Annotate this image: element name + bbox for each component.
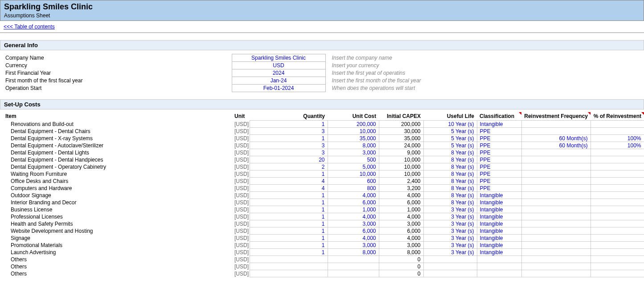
setup-quantity[interactable] [250, 263, 328, 270]
setup-unit-cost[interactable] [328, 270, 379, 277]
setup-unit-cost[interactable]: 6,000 [328, 199, 379, 206]
setup-unit-cost[interactable]: 8,000 [328, 142, 379, 149]
setup-useful-life[interactable]: 5 Year (s) [423, 142, 477, 149]
setup-pct-reinvestment[interactable] [591, 156, 644, 163]
setup-quantity[interactable]: 1 [250, 220, 328, 227]
setup-unit-cost[interactable] [328, 263, 379, 270]
setup-classification[interactable]: Intangible [477, 199, 521, 206]
setup-reinvestment-frequency[interactable] [521, 220, 591, 227]
setup-pct-reinvestment[interactable] [591, 121, 644, 128]
setup-quantity[interactable] [250, 256, 328, 263]
setup-useful-life[interactable]: 8 Year (s) [423, 185, 477, 192]
setup-reinvestment-frequency[interactable]: 60 Month(s) [521, 142, 591, 149]
setup-unit-cost[interactable]: 10,000 [328, 128, 379, 135]
setup-useful-life[interactable]: 3 Year (s) [423, 213, 477, 220]
setup-unit-cost[interactable]: 3,000 [328, 242, 379, 249]
setup-pct-reinvestment[interactable] [591, 192, 644, 199]
setup-quantity[interactable]: 1 [250, 206, 328, 213]
setup-unit-cost[interactable]: 3,000 [328, 220, 379, 227]
setup-classification[interactable] [477, 263, 521, 270]
setup-useful-life[interactable]: 8 Year (s) [423, 192, 477, 199]
setup-quantity[interactable]: 1 [250, 249, 328, 256]
setup-reinvestment-frequency[interactable] [521, 206, 591, 213]
setup-unit-cost[interactable]: 4,000 [328, 192, 379, 199]
setup-useful-life[interactable]: 5 Year (s) [423, 128, 477, 135]
setup-quantity[interactable]: 20 [250, 156, 328, 163]
setup-reinvestment-frequency[interactable] [521, 128, 591, 135]
setup-useful-life[interactable]: 8 Year (s) [423, 163, 477, 170]
setup-reinvestment-frequency[interactable] [521, 213, 591, 220]
setup-classification[interactable]: PPE [477, 128, 521, 135]
setup-useful-life[interactable]: 3 Year (s) [423, 227, 477, 235]
setup-pct-reinvestment[interactable] [591, 256, 644, 263]
setup-useful-life[interactable]: 10 Year (s) [423, 121, 477, 128]
setup-quantity[interactable]: 1 [250, 227, 328, 235]
setup-classification[interactable] [477, 256, 521, 263]
setup-useful-life[interactable]: 8 Year (s) [423, 199, 477, 206]
setup-unit-cost[interactable]: 4,000 [328, 235, 379, 242]
setup-useful-life[interactable] [423, 256, 477, 263]
setup-pct-reinvestment[interactable]: 100% [591, 135, 644, 142]
setup-unit-cost[interactable]: 1,000 [328, 206, 379, 213]
setup-useful-life[interactable]: 3 Year (s) [423, 249, 477, 256]
setup-useful-life[interactable]: 3 Year (s) [423, 242, 477, 249]
toc-link[interactable]: <<< Table of contents [4, 24, 55, 30]
setup-pct-reinvestment[interactable] [591, 206, 644, 213]
setup-quantity[interactable]: 1 [250, 242, 328, 249]
setup-reinvestment-frequency[interactable] [521, 185, 591, 192]
general-info-value[interactable]: 2024 [232, 69, 325, 77]
setup-reinvestment-frequency[interactable] [521, 270, 591, 277]
setup-unit-cost[interactable]: 6,000 [328, 227, 379, 235]
setup-pct-reinvestment[interactable] [591, 149, 644, 156]
general-info-value[interactable]: Sparkling Smiles Clinic [232, 54, 325, 62]
setup-useful-life[interactable]: 8 Year (s) [423, 156, 477, 163]
setup-pct-reinvestment[interactable] [591, 270, 644, 277]
setup-reinvestment-frequency[interactable] [521, 192, 591, 199]
setup-classification[interactable]: PPE [477, 163, 521, 170]
setup-reinvestment-frequency[interactable] [521, 163, 591, 170]
setup-unit-cost[interactable]: 10,000 [328, 170, 379, 178]
general-info-value[interactable]: USD [232, 62, 325, 69]
setup-unit-cost[interactable]: 200,000 [328, 121, 379, 128]
setup-reinvestment-frequency[interactable]: 60 Month(s) [521, 135, 591, 142]
setup-unit-cost[interactable]: 800 [328, 185, 379, 192]
setup-pct-reinvestment[interactable]: 100% [591, 142, 644, 149]
setup-classification[interactable]: PPE [477, 170, 521, 178]
setup-unit-cost[interactable]: 4,000 [328, 213, 379, 220]
setup-quantity[interactable]: 3 [250, 128, 328, 135]
setup-reinvestment-frequency[interactable] [521, 249, 591, 256]
setup-reinvestment-frequency[interactable] [521, 235, 591, 242]
setup-pct-reinvestment[interactable] [591, 213, 644, 220]
setup-reinvestment-frequency[interactable] [521, 170, 591, 178]
setup-pct-reinvestment[interactable] [591, 235, 644, 242]
setup-useful-life[interactable] [423, 263, 477, 270]
setup-reinvestment-frequency[interactable] [521, 227, 591, 235]
setup-reinvestment-frequency[interactable] [521, 121, 591, 128]
setup-reinvestment-frequency[interactable] [521, 263, 591, 270]
setup-pct-reinvestment[interactable] [591, 242, 644, 249]
setup-quantity[interactable]: 4 [250, 185, 328, 192]
setup-classification[interactable] [477, 270, 521, 277]
setup-pct-reinvestment[interactable] [591, 199, 644, 206]
setup-classification[interactable]: PPE [477, 149, 521, 156]
setup-classification[interactable]: PPE [477, 135, 521, 142]
setup-quantity[interactable]: 3 [250, 142, 328, 149]
setup-reinvestment-frequency[interactable] [521, 242, 591, 249]
setup-quantity[interactable]: 1 [250, 192, 328, 199]
setup-unit-cost[interactable] [328, 256, 379, 263]
setup-unit-cost[interactable]: 3,000 [328, 149, 379, 156]
setup-reinvestment-frequency[interactable] [521, 178, 591, 185]
setup-classification[interactable]: Intangible [477, 206, 521, 213]
setup-pct-reinvestment[interactable] [591, 263, 644, 270]
setup-useful-life[interactable]: 8 Year (s) [423, 149, 477, 156]
setup-quantity[interactable]: 1 [250, 135, 328, 142]
setup-classification[interactable]: PPE [477, 142, 521, 149]
setup-useful-life[interactable]: 3 Year (s) [423, 220, 477, 227]
setup-classification[interactable]: Intangible [477, 235, 521, 242]
setup-quantity[interactable]: 3 [250, 149, 328, 156]
setup-pct-reinvestment[interactable] [591, 185, 644, 192]
setup-pct-reinvestment[interactable] [591, 170, 644, 178]
setup-reinvestment-frequency[interactable] [521, 149, 591, 156]
setup-classification[interactable]: Intangible [477, 213, 521, 220]
setup-quantity[interactable]: 1 [250, 170, 328, 178]
